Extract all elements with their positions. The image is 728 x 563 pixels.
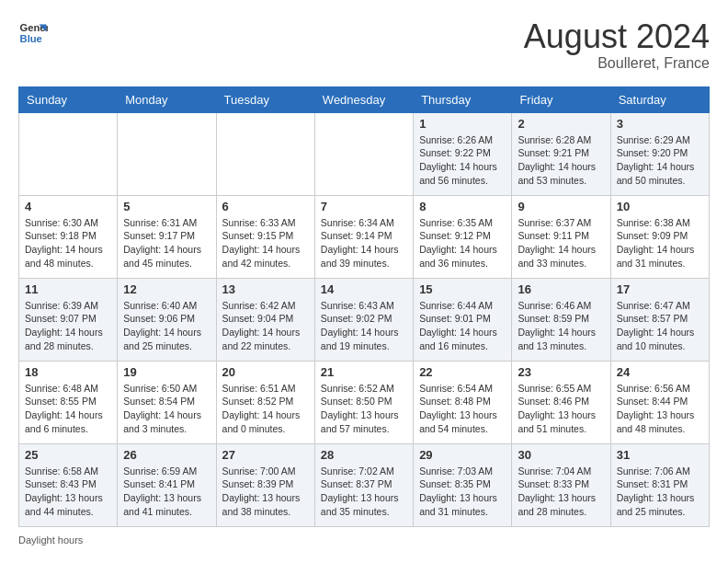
calendar-cell: 22Sunrise: 6:54 AM Sunset: 8:48 PM Dayli… [414, 361, 512, 443]
calendar-cell: 18Sunrise: 6:48 AM Sunset: 8:55 PM Dayli… [19, 361, 118, 443]
title-block: August 2024 Boulleret, France [524, 18, 710, 72]
day-info: Sunrise: 7:03 AM Sunset: 8:35 PM Dayligh… [419, 465, 506, 519]
col-header-wednesday: Wednesday [314, 86, 413, 112]
day-number: 7 [321, 200, 407, 213]
day-info: Sunrise: 6:43 AM Sunset: 9:02 PM Dayligh… [321, 299, 407, 353]
day-info: Sunrise: 6:33 AM Sunset: 9:15 PM Dayligh… [222, 216, 309, 270]
calendar-cell: 31Sunrise: 7:06 AM Sunset: 8:31 PM Dayli… [610, 443, 709, 526]
calendar-cell: 3Sunrise: 6:29 AM Sunset: 9:20 PM Daylig… [610, 112, 709, 195]
day-number: 22 [419, 365, 506, 379]
calendar-cell: 16Sunrise: 6:46 AM Sunset: 8:59 PM Dayli… [512, 278, 610, 361]
calendar-cell: 20Sunrise: 6:51 AM Sunset: 8:52 PM Dayli… [216, 361, 314, 443]
day-number: 23 [518, 365, 604, 379]
col-header-monday: Monday [118, 86, 216, 112]
day-number: 24 [617, 365, 703, 379]
day-number: 18 [25, 365, 111, 379]
day-number: 21 [321, 365, 407, 379]
day-info: Sunrise: 6:28 AM Sunset: 9:21 PM Dayligh… [518, 133, 604, 188]
day-number: 6 [222, 200, 309, 213]
calendar-cell: 1Sunrise: 6:26 AM Sunset: 9:22 PM Daylig… [414, 112, 512, 195]
calendar-cell: 2Sunrise: 6:28 AM Sunset: 9:21 PM Daylig… [512, 112, 610, 195]
calendar-cell: 25Sunrise: 6:58 AM Sunset: 8:43 PM Dayli… [19, 443, 118, 526]
day-info: Sunrise: 6:34 AM Sunset: 9:14 PM Dayligh… [321, 216, 407, 270]
calendar-cell: 6Sunrise: 6:33 AM Sunset: 9:15 PM Daylig… [216, 195, 314, 278]
calendar-cell: 8Sunrise: 6:35 AM Sunset: 9:12 PM Daylig… [414, 195, 512, 278]
day-info: Sunrise: 6:29 AM Sunset: 9:20 PM Dayligh… [617, 133, 703, 188]
day-info: Sunrise: 6:56 AM Sunset: 8:44 PM Dayligh… [617, 382, 703, 436]
day-info: Sunrise: 6:31 AM Sunset: 9:17 PM Dayligh… [123, 216, 210, 270]
day-number: 10 [617, 200, 703, 213]
day-info: Sunrise: 6:44 AM Sunset: 9:01 PM Dayligh… [419, 299, 506, 353]
calendar-cell: 11Sunrise: 6:39 AM Sunset: 9:07 PM Dayli… [19, 278, 118, 361]
calendar-cell: 15Sunrise: 6:44 AM Sunset: 9:01 PM Dayli… [414, 278, 512, 361]
day-number: 1 [419, 117, 506, 131]
calendar-cell: 26Sunrise: 6:59 AM Sunset: 8:41 PM Dayli… [118, 443, 216, 526]
day-number: 14 [321, 282, 407, 296]
day-info: Sunrise: 7:00 AM Sunset: 8:39 PM Dayligh… [222, 465, 309, 519]
calendar-cell: 5Sunrise: 6:31 AM Sunset: 9:17 PM Daylig… [118, 195, 216, 278]
day-number: 4 [25, 200, 111, 213]
day-number: 5 [123, 200, 210, 213]
col-header-sunday: Sunday [19, 86, 118, 112]
day-number: 9 [518, 200, 604, 213]
day-info: Sunrise: 6:38 AM Sunset: 9:09 PM Dayligh… [617, 216, 703, 270]
calendar-cell: 17Sunrise: 6:47 AM Sunset: 8:57 PM Dayli… [610, 278, 709, 361]
footer: Daylight hours [18, 534, 710, 546]
svg-text:Blue: Blue [20, 33, 42, 44]
day-number: 31 [617, 448, 703, 462]
day-number: 26 [123, 448, 210, 462]
month-year: August 2024 [524, 18, 710, 55]
day-info: Sunrise: 6:46 AM Sunset: 8:59 PM Dayligh… [518, 299, 604, 353]
day-number: 2 [518, 117, 604, 131]
calendar-cell: 21Sunrise: 6:52 AM Sunset: 8:50 PM Dayli… [314, 361, 413, 443]
day-info: Sunrise: 6:35 AM Sunset: 9:12 PM Dayligh… [419, 216, 506, 270]
daylight-label: Daylight hours [18, 534, 83, 546]
day-number: 27 [222, 448, 309, 462]
day-info: Sunrise: 7:04 AM Sunset: 8:33 PM Dayligh… [518, 465, 604, 519]
calendar-cell [118, 112, 216, 195]
day-number: 19 [123, 365, 210, 379]
calendar-cell: 10Sunrise: 6:38 AM Sunset: 9:09 PM Dayli… [610, 195, 709, 278]
col-header-tuesday: Tuesday [216, 86, 314, 112]
day-number: 20 [222, 365, 309, 379]
calendar-cell: 28Sunrise: 7:02 AM Sunset: 8:37 PM Dayli… [314, 443, 413, 526]
col-header-thursday: Thursday [414, 86, 512, 112]
logo-icon: General Blue [18, 18, 48, 48]
day-number: 25 [25, 448, 111, 462]
calendar-cell [314, 112, 413, 195]
calendar-cell: 19Sunrise: 6:50 AM Sunset: 8:54 PM Dayli… [118, 361, 216, 443]
calendar-cell: 12Sunrise: 6:40 AM Sunset: 9:06 PM Dayli… [118, 278, 216, 361]
calendar-cell: 14Sunrise: 6:43 AM Sunset: 9:02 PM Dayli… [314, 278, 413, 361]
day-number: 13 [222, 282, 309, 296]
calendar-cell: 24Sunrise: 6:56 AM Sunset: 8:44 PM Dayli… [610, 361, 709, 443]
calendar-cell: 27Sunrise: 7:00 AM Sunset: 8:39 PM Dayli… [216, 443, 314, 526]
day-info: Sunrise: 6:58 AM Sunset: 8:43 PM Dayligh… [25, 465, 111, 519]
day-info: Sunrise: 6:51 AM Sunset: 8:52 PM Dayligh… [222, 382, 309, 436]
day-number: 3 [617, 117, 703, 131]
day-info: Sunrise: 7:02 AM Sunset: 8:37 PM Dayligh… [321, 465, 407, 519]
day-info: Sunrise: 7:06 AM Sunset: 8:31 PM Dayligh… [617, 465, 703, 519]
calendar-table: SundayMondayTuesdayWednesdayThursdayFrid… [18, 86, 710, 527]
calendar-cell: 4Sunrise: 6:30 AM Sunset: 9:18 PM Daylig… [19, 195, 118, 278]
day-info: Sunrise: 6:37 AM Sunset: 9:11 PM Dayligh… [518, 216, 604, 270]
day-info: Sunrise: 6:26 AM Sunset: 9:22 PM Dayligh… [419, 133, 506, 188]
calendar-cell: 23Sunrise: 6:55 AM Sunset: 8:46 PM Dayli… [512, 361, 610, 443]
col-header-saturday: Saturday [610, 86, 709, 112]
calendar-cell: 9Sunrise: 6:37 AM Sunset: 9:11 PM Daylig… [512, 195, 610, 278]
calendar-cell: 29Sunrise: 7:03 AM Sunset: 8:35 PM Dayli… [414, 443, 512, 526]
day-info: Sunrise: 6:54 AM Sunset: 8:48 PM Dayligh… [419, 382, 506, 436]
day-info: Sunrise: 6:50 AM Sunset: 8:54 PM Dayligh… [123, 382, 210, 436]
calendar-cell: 7Sunrise: 6:34 AM Sunset: 9:14 PM Daylig… [314, 195, 413, 278]
col-header-friday: Friday [512, 86, 610, 112]
day-info: Sunrise: 6:40 AM Sunset: 9:06 PM Dayligh… [123, 299, 210, 353]
day-info: Sunrise: 6:55 AM Sunset: 8:46 PM Dayligh… [518, 382, 604, 436]
calendar-cell: 30Sunrise: 7:04 AM Sunset: 8:33 PM Dayli… [512, 443, 610, 526]
day-number: 12 [123, 282, 210, 296]
day-number: 30 [518, 448, 604, 462]
day-info: Sunrise: 6:59 AM Sunset: 8:41 PM Dayligh… [123, 465, 210, 519]
day-info: Sunrise: 6:30 AM Sunset: 9:18 PM Dayligh… [25, 216, 111, 270]
calendar-cell [19, 112, 118, 195]
day-number: 17 [617, 282, 703, 296]
day-info: Sunrise: 6:48 AM Sunset: 8:55 PM Dayligh… [25, 382, 111, 436]
day-number: 15 [419, 282, 506, 296]
